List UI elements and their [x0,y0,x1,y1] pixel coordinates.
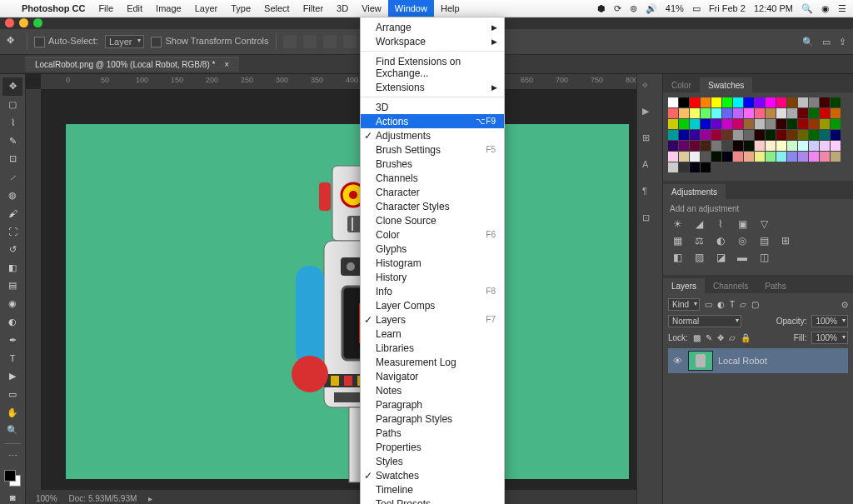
threshold-icon[interactable]: ◪ [713,252,728,263]
align-right-icon[interactable] [323,35,337,48]
swatch[interactable] [766,119,776,129]
swatch[interactable] [701,152,711,162]
window-controls[interactable] [5,18,42,27]
swatch[interactable] [766,152,776,162]
swatch[interactable] [787,119,797,129]
menu-filter[interactable]: Filter [297,0,330,17]
swatch[interactable] [679,108,689,118]
swatch[interactable] [690,119,700,129]
invert-icon[interactable]: ◧ [670,252,685,263]
menu-item-adjustments[interactable]: Adjustments✓ [361,128,504,142]
menu-item-notes[interactable]: Notes [361,383,504,397]
quick-mask-tool[interactable]: ◙ [2,488,22,504]
menu-item-paragraph[interactable]: Paragraph [361,397,504,412]
menu-select[interactable]: Select [257,0,297,17]
menu-item-history[interactable]: History [361,270,504,284]
swatch[interactable] [766,108,776,118]
swatch[interactable] [766,97,776,107]
menu-item-learn[interactable]: Learn [361,327,504,341]
swatch[interactable] [744,152,754,162]
swatch[interactable] [701,108,711,118]
swatch[interactable] [776,130,786,140]
swatch[interactable] [798,119,808,129]
swatch[interactable] [711,141,721,151]
menu-item-workspace[interactable]: Workspace▶ [361,34,504,48]
menu-item-paths[interactable]: Paths [361,426,504,440]
swatch[interactable] [820,108,830,118]
menu-item-find-extensions-on-exchange-[interactable]: Find Extensions on Exchange... [361,54,504,80]
swatch[interactable] [776,152,786,162]
posterize-icon[interactable]: ▨ [691,252,706,263]
curves-icon[interactable]: ⌇ [713,218,728,230]
swatch[interactable] [787,141,797,151]
menu-item-paragraph-styles[interactable]: Paragraph Styles [361,412,504,426]
menu-item-navigator[interactable]: Navigator [361,369,504,383]
swatch[interactable] [798,108,808,118]
swatch[interactable] [690,152,700,162]
swatch[interactable] [711,152,721,162]
move-tool[interactable]: ✥ [2,77,22,96]
menu-window[interactable]: Window [388,0,434,17]
swatch[interactable] [820,119,830,129]
swatch[interactable] [679,152,689,162]
swatch[interactable] [809,119,819,129]
swatch[interactable] [733,97,743,107]
eraser-tool[interactable]: ◧ [2,258,22,277]
horizontal-ruler[interactable]: 0501001502002503003504004505005506006507… [41,74,636,90]
lasso-tool[interactable]: ⌇ [2,113,22,132]
dropbox-icon[interactable]: ⬢ [597,3,606,14]
menu-file[interactable]: File [92,0,120,17]
status-arrow-icon[interactable]: ▸ [148,494,152,503]
app-menu[interactable]: Photoshop CC [15,0,92,17]
dock-character-icon[interactable]: A [642,159,657,174]
swatch[interactable] [755,97,765,107]
swatch[interactable] [820,97,830,107]
swatch[interactable] [722,141,732,151]
swatch[interactable] [679,97,689,107]
menu-item-tool-presets[interactable]: Tool Presets [361,497,504,504]
swatch[interactable] [776,108,786,118]
zoom-tool[interactable]: 🔍 [2,422,22,440]
swatch[interactable] [798,152,808,162]
swatch[interactable] [733,130,743,140]
layer-thumbnail[interactable] [688,351,713,371]
swatch[interactable] [755,108,765,118]
swatch[interactable] [668,141,678,151]
levels-icon[interactable]: ◢ [691,218,706,230]
exposure-icon[interactable]: ▣ [735,218,750,230]
dodge-tool[interactable]: ◐ [2,313,22,332]
swatch[interactable] [668,130,678,140]
menu-item-clone-source[interactable]: Clone Source [361,213,504,227]
sync-icon[interactable]: ⟳ [614,3,621,14]
tab-paths[interactable]: Paths [756,278,795,293]
bw-icon[interactable]: ◐ [713,235,728,247]
tab-adjustments[interactable]: Adjustments [663,184,726,199]
color-balance-icon[interactable]: ⚖ [691,235,706,247]
fill-value[interactable]: 100% [811,332,848,344]
swatch[interactable] [711,97,721,107]
blend-mode-dropdown[interactable]: Normal [668,315,741,327]
swatch[interactable] [820,141,830,151]
swatch[interactable] [722,130,732,140]
swatch[interactable] [798,130,808,140]
menu-item-3d[interactable]: 3D [361,100,504,114]
swatch[interactable] [744,141,754,151]
swatch[interactable] [711,108,721,118]
menu-item-channels[interactable]: Channels [361,171,504,185]
swatch[interactable] [809,97,819,107]
blur-tool[interactable]: ◉ [2,295,22,313]
doc-size[interactable]: Doc: 5.93M/5.93M [69,494,137,503]
menu-layer[interactable]: Layer [188,0,225,17]
swatch[interactable] [690,108,700,118]
swatch[interactable] [668,97,678,107]
swatch[interactable] [776,97,786,107]
align-top-icon[interactable] [343,35,357,48]
swatch[interactable] [755,152,765,162]
menu-item-measurement-log[interactable]: Measurement Log [361,355,504,369]
marquee-tool[interactable]: ▢ [2,96,22,114]
lock-position-icon[interactable]: ✥ [717,333,724,342]
swatch[interactable] [831,119,841,129]
swatch[interactable] [809,108,819,118]
swatch[interactable] [701,130,711,140]
swatch[interactable] [668,162,678,172]
